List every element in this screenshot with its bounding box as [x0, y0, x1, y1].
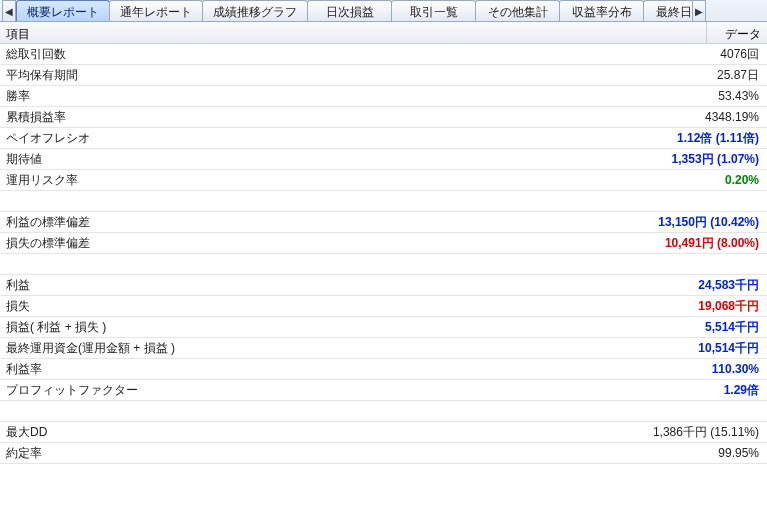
value-cumulative-pnl-rate: 4348.19% — [72, 110, 767, 124]
header-data: データ — [707, 22, 767, 43]
row-net-pnl: 損益( 利益 + 損失 ) 5,514千円 — [0, 317, 767, 338]
row-profit-rate: 利益率 110.30% — [0, 359, 767, 380]
label-avg-holding-period: 平均保有期間 — [0, 67, 84, 84]
tab-trade-list[interactable]: 取引一覧 — [391, 0, 476, 21]
row-profit-factor: プロフィットファクター 1.29倍 — [0, 380, 767, 401]
label-expected-value: 期待値 — [0, 151, 48, 168]
value-profit-factor: 1.29倍 — [144, 382, 767, 399]
row-total-trades: 総取引回数 4076回 — [0, 44, 767, 65]
tab-summary-report[interactable]: 概要レポート — [16, 0, 110, 21]
tab-final-day[interactable]: 最終日 — [643, 0, 693, 21]
table-body: 総取引回数 4076回 平均保有期間 25.87日 勝率 53.43% 累積損益… — [0, 44, 767, 464]
label-loss: 損失 — [0, 298, 36, 315]
row-fill-rate: 約定率 99.95% — [0, 443, 767, 464]
label-profit-factor: プロフィットファクター — [0, 382, 144, 399]
label-final-capital: 最終運用資金(運用金額 + 損益 ) — [0, 340, 181, 357]
label-cumulative-pnl-rate: 累積損益率 — [0, 109, 72, 126]
label-profit-rate: 利益率 — [0, 361, 48, 378]
value-risk-rate: 0.20% — [84, 173, 767, 187]
row-risk-rate: 運用リスク率 0.20% — [0, 170, 767, 191]
row-profit-stddev: 利益の標準偏差 13,150円 (10.42%) — [0, 212, 767, 233]
row-loss-stddev: 損失の標準偏差 10,491円 (8.00%) — [0, 233, 767, 254]
label-profit: 利益 — [0, 277, 36, 294]
label-risk-rate: 運用リスク率 — [0, 172, 84, 189]
label-fill-rate: 約定率 — [0, 445, 48, 462]
row-final-capital: 最終運用資金(運用金額 + 損益 ) 10,514千円 — [0, 338, 767, 359]
row-avg-holding-period: 平均保有期間 25.87日 — [0, 65, 767, 86]
row-expected-value: 期待値 1,353円 (1.07%) — [0, 149, 767, 170]
value-profit-stddev: 13,150円 (10.42%) — [96, 214, 767, 231]
tab-daily-pnl[interactable]: 日次損益 — [307, 0, 392, 21]
label-payoff-ratio: ペイオフレシオ — [0, 130, 96, 147]
row-profit: 利益 24,583千円 — [0, 275, 767, 296]
row-payoff-ratio: ペイオフレシオ 1.12倍 (1.11倍) — [0, 128, 767, 149]
label-max-dd: 最大DD — [0, 424, 53, 441]
value-loss: 19,068千円 — [36, 298, 767, 315]
value-profit: 24,583千円 — [36, 277, 767, 294]
value-expected-value: 1,353円 (1.07%) — [48, 151, 767, 168]
row-spacer — [0, 401, 767, 422]
header-item: 項目 — [0, 22, 707, 43]
row-loss: 損失 19,068千円 — [0, 296, 767, 317]
row-max-dd: 最大DD 1,386千円 (15.11%) — [0, 422, 767, 443]
label-net-pnl: 損益( 利益 + 損失 ) — [0, 319, 112, 336]
tab-performance-graph[interactable]: 成績推移グラフ — [202, 0, 308, 21]
row-spacer — [0, 191, 767, 212]
value-profit-rate: 110.30% — [48, 362, 767, 376]
label-profit-stddev: 利益の標準偏差 — [0, 214, 96, 231]
row-spacer — [0, 254, 767, 275]
value-payoff-ratio: 1.12倍 (1.11倍) — [96, 130, 767, 147]
value-total-trades: 4076回 — [72, 46, 767, 63]
label-loss-stddev: 損失の標準偏差 — [0, 235, 96, 252]
tab-scroll-right[interactable]: ▶ — [692, 0, 706, 21]
row-win-rate: 勝率 53.43% — [0, 86, 767, 107]
tab-bar: ◀ 概要レポート 通年レポート 成績推移グラフ 日次損益 取引一覧 その他集計 … — [0, 0, 767, 22]
value-avg-holding-period: 25.87日 — [84, 67, 767, 84]
tab-scroll-left[interactable]: ◀ — [2, 0, 16, 21]
value-net-pnl: 5,514千円 — [112, 319, 767, 336]
value-win-rate: 53.43% — [36, 89, 767, 103]
row-cumulative-pnl-rate: 累積損益率 4348.19% — [0, 107, 767, 128]
tab-return-distribution[interactable]: 収益率分布 — [559, 0, 644, 21]
value-max-dd: 1,386千円 (15.11%) — [53, 424, 767, 441]
value-fill-rate: 99.95% — [48, 446, 767, 460]
label-win-rate: 勝率 — [0, 88, 36, 105]
value-loss-stddev: 10,491円 (8.00%) — [96, 235, 767, 252]
tab-other-stats[interactable]: その他集計 — [475, 0, 560, 21]
table-header: 項目 データ — [0, 22, 767, 44]
tab-yearly-report[interactable]: 通年レポート — [109, 0, 203, 21]
value-final-capital: 10,514千円 — [181, 340, 767, 357]
label-total-trades: 総取引回数 — [0, 46, 72, 63]
